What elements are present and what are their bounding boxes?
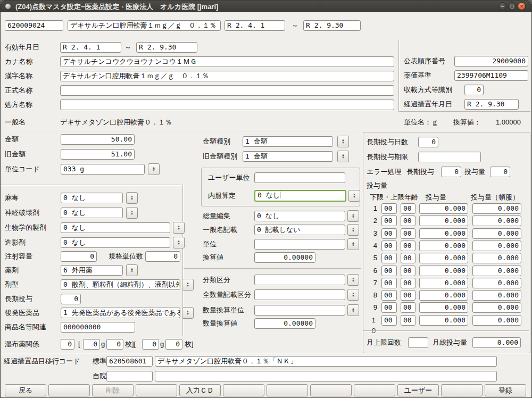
dose-min-age-field[interactable]: 00 (381, 228, 397, 239)
transition-standard-code-field[interactable]: 620508601 (106, 356, 153, 367)
dose-min-age-field[interactable]: 00 (381, 278, 397, 288)
total-qty-division-spinner[interactable]: ▲▼ (347, 289, 359, 301)
generic-desc-spinner[interactable]: ▲▼ (347, 224, 359, 236)
qty-conversion-unit-spinner[interactable]: ▲▼ (347, 304, 359, 316)
dose-amount-field[interactable]: 0.000 (419, 290, 468, 301)
dose-max-age-field[interactable]: 00 (401, 302, 415, 313)
drug-name-field[interactable]: デキサルチン口腔用軟膏１ｍｇ／ｇ ０．１％ (68, 20, 221, 31)
biological-field[interactable]: 0 なし (61, 222, 170, 233)
blank-button-4[interactable] (136, 384, 177, 396)
qty-conversion-unit-field[interactable] (254, 305, 345, 316)
dose-tonpuku-field[interactable]: 0.000 (472, 266, 521, 276)
dose-min-age-field[interactable]: 00 (381, 266, 397, 276)
blank-button-6[interactable] (223, 384, 264, 396)
unit-field[interactable] (254, 239, 345, 250)
listing-method-field[interactable]: 0 (464, 85, 484, 95)
total-qty-division-field[interactable] (254, 289, 345, 300)
standard-units-field[interactable]: 0 (145, 251, 180, 262)
dose-min-age-field[interactable]: 00 (381, 290, 397, 301)
blank-button-7[interactable] (267, 384, 308, 396)
kana-name-field[interactable]: デキサルチンコウクウヨウナンコウ１ＭＧ (60, 56, 394, 67)
dose-min-age-field[interactable]: 00 (381, 315, 397, 326)
input-cd-button[interactable]: 入力ＣＤ (179, 384, 221, 396)
back-button[interactable]: 戻る (5, 384, 46, 396)
compress-g2-field[interactable]: 0 (142, 339, 159, 350)
longterm-days-field[interactable]: 0 (418, 137, 438, 147)
old-amount-field[interactable]: 51.00 (61, 149, 135, 160)
dose-amount-field[interactable]: 0.000 (419, 302, 468, 313)
dose-max-age-field[interactable]: 00 (401, 203, 415, 214)
generic-drug-field[interactable]: 1 先発医薬品がある後発医薬品である (61, 308, 180, 318)
narcotic-field[interactable]: 0 なし (61, 193, 123, 203)
narcotic-spinner[interactable]: ▲▼ (126, 192, 138, 204)
dose-min-age-field[interactable]: 00 (381, 203, 397, 214)
valid-to-field[interactable]: R 2. 9.30 (136, 42, 197, 53)
biological-spinner[interactable]: ▲▼ (173, 222, 185, 234)
unit-code-spinner[interactable]: ▲▼ (148, 163, 160, 175)
transition-self-name-field[interactable] (155, 371, 497, 382)
dose-amount-field[interactable]: 0.000 (419, 253, 468, 263)
drug-code-field[interactable]: 620009024 (5, 20, 63, 31)
blank-button-11[interactable] (441, 384, 483, 396)
compress-s1-field[interactable]: 0 (106, 339, 123, 350)
transition-date-field[interactable]: R 2. 9.30 (464, 99, 519, 110)
minimize-icon[interactable]: − (498, 2, 506, 10)
compress-s2-field[interactable]: 0 (165, 339, 182, 350)
dose-tonpuku-field[interactable]: 0.000 (472, 228, 521, 239)
dose-tonpuku-field[interactable]: 0.000 (472, 315, 521, 326)
dose-amount-field[interactable]: 0.000 (419, 315, 468, 326)
unit-spinner[interactable]: ▲▼ (347, 238, 359, 250)
header-date-to-field[interactable]: R 2. 9.30 (303, 20, 361, 31)
delete-button[interactable]: 削除 (92, 384, 134, 396)
transition-standard-name-field[interactable]: デキサメタゾン口腔用軟膏０．１％「ＮＫ」 (155, 356, 497, 367)
longterm-limit-field[interactable] (418, 152, 481, 162)
title-bar[interactable]: (Z04)点数マスタ設定−医薬品設定 - 医療法人 オルカ医院 [jmari] … (1, 1, 531, 12)
close-icon[interactable]: ✕ (518, 2, 526, 10)
prescription-name-field[interactable] (60, 100, 394, 110)
dose-amount-field[interactable]: 0.000 (419, 278, 468, 288)
blank-button-8[interactable] (310, 384, 352, 396)
dose-tonpuku-field[interactable]: 0.000 (472, 278, 521, 288)
dosage-form-spinner[interactable]: ▲▼ (182, 279, 194, 291)
dose-max-age-field[interactable]: 00 (401, 228, 415, 239)
dose-amount-field[interactable]: 0.000 (419, 203, 468, 214)
class-division-spinner[interactable]: ▲▼ (347, 274, 359, 286)
dose-amount-field[interactable]: 0.000 (419, 215, 468, 226)
header-date-from-field[interactable]: R 2. 4. 1 (225, 20, 285, 31)
user-unit-field[interactable] (254, 172, 345, 183)
compress-g1-field[interactable]: 0 (83, 339, 100, 350)
drug-type-field[interactable]: 6 外用薬 (61, 265, 123, 276)
old-amount-type-field[interactable]: 1 金額 (243, 151, 333, 162)
dose-max-age-field[interactable]: 00 (401, 215, 415, 226)
generic-desc-field[interactable]: 0 記載しない (254, 225, 345, 235)
old-amount-type-spinner[interactable]: ▲▼ (337, 151, 349, 162)
brand-related-field[interactable]: 000000000 (61, 322, 135, 333)
dose-tonpuku-field[interactable]: 0.000 (472, 290, 521, 301)
dose-tonpuku-field[interactable]: 0.000 (472, 302, 521, 313)
valid-from-field[interactable]: R 2. 4. 1 (60, 42, 121, 53)
month-total-field[interactable]: 0.000 (472, 337, 521, 348)
dosage-form-field[interactable]: 0 散剤、顆粒剤（細粒剤）、液剤以外 (61, 279, 180, 290)
contrast-field[interactable]: 0 なし (61, 237, 170, 248)
amount-type-spinner[interactable]: ▲▼ (337, 136, 349, 147)
formal-name-field[interactable] (60, 85, 394, 96)
user-button[interactable]: ユーザー (397, 384, 439, 396)
publish-order-field[interactable]: 29009000 (454, 56, 528, 67)
dose-amount-field[interactable]: 0.000 (419, 266, 468, 276)
generic-drug-spinner[interactable]: ▲▼ (182, 307, 194, 319)
amount-type-field[interactable]: 1 金額 (243, 136, 333, 147)
blank-button-9[interactable] (354, 384, 395, 396)
dose-max-age-field[interactable]: 00 (401, 266, 415, 276)
dose-max-age-field[interactable]: 00 (401, 253, 415, 263)
price-standard-field[interactable]: 2399706M1109 (454, 70, 528, 81)
register-button[interactable]: 登録 (485, 384, 526, 396)
dose-max-age-field[interactable]: 00 (401, 278, 415, 288)
contrast-spinner[interactable]: ▲▼ (173, 237, 185, 248)
error-longterm-field[interactable]: 0 (441, 167, 461, 177)
maximize-icon[interactable]: ◻ (508, 2, 516, 10)
unit-code-field[interactable]: 033 g (61, 164, 145, 175)
amount-field[interactable]: 50.00 (61, 134, 135, 145)
oral-calc-spinner[interactable]: ▲▼ (348, 190, 360, 202)
oral-calc-field[interactable]: 0 なし (254, 190, 346, 202)
dose-tonpuku-field[interactable]: 0.000 (472, 253, 521, 263)
